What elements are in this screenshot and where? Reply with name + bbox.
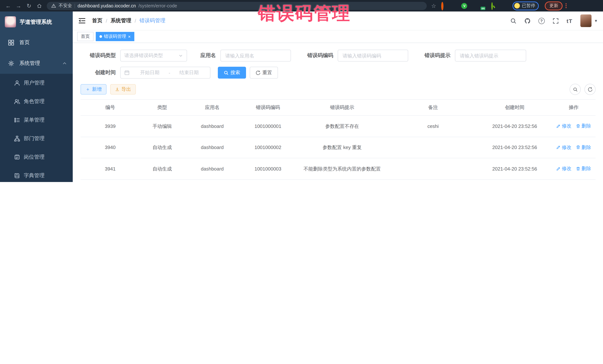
cell-app: dashboard xyxy=(185,137,240,158)
logo-avatar xyxy=(5,16,16,27)
filter-hint-input[interactable] xyxy=(455,50,526,62)
delete-link[interactable]: 删除 xyxy=(576,123,591,129)
sidebar-item-home[interactable]: 首页 xyxy=(0,32,73,53)
column-header: 类型 xyxy=(140,99,185,115)
extension-grid[interactable] xyxy=(471,3,477,9)
column-header: 错误码编码 xyxy=(240,99,296,115)
edit-link[interactable]: 修改 xyxy=(556,165,571,172)
delete-link[interactable]: 删除 xyxy=(576,165,591,172)
refresh-table-button[interactable] xyxy=(584,84,596,95)
filter-type-select[interactable]: 请选择错误码类型 xyxy=(120,50,187,62)
table-toolbar: ＋ 新增 导出 xyxy=(81,84,596,95)
active-dot-icon xyxy=(99,35,102,38)
column-header: 编号 xyxy=(81,99,140,115)
update-label: 更新 xyxy=(549,3,558,9)
tags-view: 首页 错误码管理 × xyxy=(73,30,603,43)
sidebar-item-label: 首页 xyxy=(19,39,30,46)
cell-id: 3940 xyxy=(81,137,140,158)
sidebar-item-role[interactable]: 角色管理 xyxy=(0,92,73,111)
delete-link[interactable]: 删除 xyxy=(576,144,591,150)
breadcrumb-item-system[interactable]: 系统管理 xyxy=(111,17,131,24)
sidebar-item-menu[interactable]: 菜单管理 xyxy=(0,111,73,129)
breadcrumb-item-current: 错误码管理 xyxy=(139,17,165,24)
cell-id: 3939 xyxy=(81,115,140,137)
search-icon[interactable] xyxy=(510,18,517,24)
filter-app-input[interactable] xyxy=(220,50,291,62)
browser-forward-icon[interactable]: → xyxy=(14,3,23,9)
extension-key[interactable] xyxy=(491,3,498,9)
table-row: 3939手动编辑dashboard1001000001参数配置不存在ceshi2… xyxy=(81,115,596,137)
book-icon xyxy=(14,173,20,179)
tag-home[interactable]: 首页 xyxy=(77,32,93,41)
select-placeholder: 请选择错误码类型 xyxy=(124,52,163,59)
not-secure-label[interactable]: 不安全 xyxy=(59,3,72,9)
breadcrumb-item-home[interactable]: 首页 xyxy=(92,17,103,24)
help-icon[interactable]: ? xyxy=(538,18,545,24)
date-range-picker[interactable]: 开始日期 - 结束日期 xyxy=(120,67,210,78)
bookmark-star-icon[interactable]: ☆ xyxy=(431,2,436,9)
paused-extension-pill[interactable]: 已暂停 xyxy=(513,1,539,10)
add-button[interactable]: ＋ 新增 xyxy=(81,84,106,95)
column-header: 错误码提示 xyxy=(296,99,389,115)
sidebar-menu: 首页系统管理用户管理角色管理菜单管理部门管理岗位管理字典管理通知公告审计日志在线… xyxy=(0,32,73,182)
fullscreen-icon[interactable] xyxy=(553,18,559,24)
tag-label: 首页 xyxy=(81,33,90,40)
cell-actions: 修改删除 xyxy=(552,115,596,137)
page-content: 错误码类型 请选择错误码类型 应用名 错误码编码 xyxy=(73,43,603,182)
url-domain: dashboard.yudao.iocoder.cn xyxy=(78,3,136,8)
filter-hint-label: 错误码提示 xyxy=(419,52,451,59)
export-button[interactable]: 导出 xyxy=(110,84,136,95)
edit-link[interactable]: 修改 xyxy=(556,123,571,129)
sidebar-item-system[interactable]: 系统管理 xyxy=(0,53,73,74)
hamburger-icon[interactable] xyxy=(73,18,91,24)
sidebar-item-post[interactable]: 岗位管理 xyxy=(0,148,73,166)
font-size-icon[interactable]: tT xyxy=(567,18,573,24)
table-header-row: 编号类型应用名错误码编码错误码提示备注创建时间操作 xyxy=(81,99,596,115)
app-logo[interactable]: 芋道管理系统 xyxy=(0,11,73,32)
reset-button-label: 重置 xyxy=(262,69,272,76)
export-button-label: 导出 xyxy=(121,86,131,93)
cell-message: 不允许获取敏感配置到前端 xyxy=(296,179,389,182)
browser-home-icon[interactable] xyxy=(35,3,44,9)
app-title: 芋道管理系统 xyxy=(20,18,52,25)
sidebar-item-dict[interactable]: 字典管理 xyxy=(0,166,73,182)
extension-orange-ring[interactable] xyxy=(441,3,447,9)
plus-icon: ＋ xyxy=(85,86,90,93)
sidebar-item-user[interactable]: 用户管理 xyxy=(0,74,73,92)
cell-type: 自动生成 xyxy=(140,158,185,179)
chevron-down-icon xyxy=(178,53,183,58)
sidebar-item-label: 系统管理 xyxy=(19,60,40,67)
cell-app: dashboard xyxy=(185,179,240,182)
extensions-puzzle[interactable] xyxy=(501,3,508,9)
browser-update-button[interactable]: 更新 xyxy=(545,1,563,10)
sidebar-item-label: 部门管理 xyxy=(24,135,45,142)
toggle-search-button[interactable] xyxy=(570,84,581,95)
search-icon xyxy=(573,87,578,92)
chevron-down-icon[interactable]: ▾ xyxy=(595,18,597,23)
extension-green-v[interactable]: V xyxy=(462,3,467,9)
reset-button[interactable]: 重置 xyxy=(250,67,278,78)
tag-error-code[interactable]: 错误码管理 × xyxy=(96,32,134,41)
breadcrumb-separator: / xyxy=(135,18,136,24)
search-button[interactable]: 搜索 xyxy=(218,67,246,78)
close-icon[interactable]: × xyxy=(128,34,131,39)
sidebar-item-label: 角色管理 xyxy=(24,98,45,105)
start-date-placeholder: 开始日期 xyxy=(132,69,167,76)
browser-menu-icon[interactable] xyxy=(566,3,567,8)
edit-link[interactable]: 修改 xyxy=(556,144,571,150)
browser-back-icon[interactable]: ← xyxy=(4,3,13,9)
address-bar[interactable]: 不安全 dashboard.yudao.iocoder.cn/system/er… xyxy=(47,2,427,10)
filter-form-row-1: 错误码类型 请选择错误码类型 应用名 错误码编码 xyxy=(81,50,596,62)
cell-code: 1001000004 xyxy=(240,179,296,182)
github-icon[interactable] xyxy=(524,18,531,24)
extension-blue-gem[interactable] xyxy=(452,3,457,9)
filter-time-label: 创建时间 xyxy=(81,69,116,76)
extension-switcher-on[interactable]: on xyxy=(481,3,487,9)
sidebar-item-dept[interactable]: 部门管理 xyxy=(0,129,73,148)
browser-reload-icon[interactable]: ↻ xyxy=(24,3,33,9)
breadcrumb: 首页 / 系统管理 / 错误码管理 xyxy=(92,17,165,24)
menu-list-icon xyxy=(14,117,20,123)
filter-code-input[interactable] xyxy=(338,50,408,62)
cell-type: 手动编辑 xyxy=(140,115,185,137)
user-avatar[interactable] xyxy=(580,14,591,27)
